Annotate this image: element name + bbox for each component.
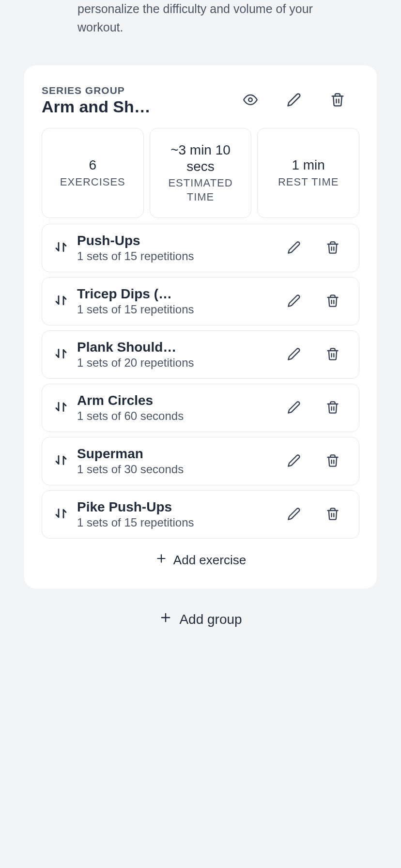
exercise-info: Pike Push-Ups1 sets of 15 repetitions [77, 499, 275, 529]
sort-arrows-icon [54, 506, 68, 523]
plus-icon [155, 552, 168, 568]
exercise-detail: 1 sets of 60 seconds [77, 409, 271, 423]
exercise-name: Arm Circles [77, 393, 271, 408]
edit-exercise-button[interactable] [275, 502, 313, 527]
group-title-wrap: SERIES GROUP Arm and Sho… [42, 85, 229, 116]
group-header: SERIES GROUP Arm and Sho… [42, 85, 359, 116]
exercise-detail: 1 sets of 30 seconds [77, 463, 271, 476]
exercise-info: Plank Should…1 sets of 20 repetitions [77, 340, 275, 370]
add-exercise-label: Add exercise [173, 553, 246, 568]
edit-exercise-button[interactable] [275, 236, 313, 261]
exercise-name: Tricep Dips (… [77, 286, 271, 302]
exercise-row: Arm Circles1 sets of 60 seconds [42, 384, 359, 432]
stat-value: 1 min [292, 157, 324, 173]
delete-exercise-button[interactable] [313, 289, 352, 314]
exercise-row: Tricep Dips (…1 sets of 15 repetitions [42, 277, 359, 326]
edit-exercise-button[interactable] [275, 289, 313, 314]
stat-estimated-time: ~3 min 10 secs ESTIMATED TIME [150, 128, 252, 218]
exercise-row: Plank Should…1 sets of 20 repetitions [42, 330, 359, 379]
reorder-handle[interactable] [49, 396, 77, 420]
intro-text: personalize the difficulty and volume of… [0, 0, 401, 65]
plus-icon [159, 611, 172, 628]
exercise-info: Superman1 sets of 30 seconds [77, 446, 275, 476]
exercise-row: Push-Ups1 sets of 15 repetitions [42, 224, 359, 272]
view-group-button[interactable] [229, 85, 272, 116]
delete-exercise-button[interactable] [313, 449, 352, 474]
trash-icon [326, 241, 339, 256]
sort-arrows-icon [54, 346, 68, 363]
stat-rest-time: 1 min REST TIME [257, 128, 359, 218]
add-group-button[interactable]: Add group [0, 589, 401, 650]
edit-group-button[interactable] [272, 85, 316, 116]
reorder-handle[interactable] [49, 289, 77, 313]
reorder-handle[interactable] [49, 449, 77, 473]
edit-exercise-button[interactable] [275, 342, 313, 367]
stat-label: REST TIME [278, 175, 339, 189]
reorder-handle[interactable] [49, 502, 77, 527]
stat-label: ESTIMATED TIME [156, 176, 246, 204]
pencil-icon [287, 507, 301, 522]
trash-icon [326, 401, 339, 416]
exercise-list: Push-Ups1 sets of 15 repetitionsTricep D… [42, 224, 359, 539]
edit-exercise-button[interactable] [275, 449, 313, 474]
trash-icon [330, 93, 345, 108]
delete-exercise-button[interactable] [313, 236, 352, 261]
reorder-handle[interactable] [49, 236, 77, 260]
pencil-icon [287, 401, 301, 416]
exercise-detail: 1 sets of 15 repetitions [77, 516, 271, 529]
exercise-name: Superman [77, 446, 271, 462]
trash-icon [326, 347, 339, 362]
pencil-icon [287, 454, 301, 469]
group-eyebrow: SERIES GROUP [42, 85, 229, 96]
stat-value: ~3 min 10 secs [156, 142, 246, 174]
group-title: Arm and Sho… [42, 97, 153, 116]
stat-exercises: 6 EXERCISES [42, 128, 144, 218]
stats-row: 6 EXERCISES ~3 min 10 secs ESTIMATED TIM… [42, 128, 359, 218]
exercise-row: Pike Push-Ups1 sets of 15 repetitions [42, 490, 359, 539]
exercise-info: Tricep Dips (…1 sets of 15 repetitions [77, 286, 275, 316]
exercise-name: Pike Push-Ups [77, 499, 271, 515]
pencil-icon [287, 347, 301, 362]
reorder-handle[interactable] [49, 342, 77, 367]
exercise-detail: 1 sets of 15 repetitions [77, 249, 271, 263]
trash-icon [326, 294, 339, 309]
pencil-icon [287, 294, 301, 309]
edit-exercise-button[interactable] [275, 396, 313, 420]
sort-arrows-icon [54, 453, 68, 469]
stat-value: 6 [89, 157, 97, 173]
sort-arrows-icon [54, 293, 68, 310]
exercise-name: Plank Should… [77, 340, 271, 355]
trash-icon [326, 454, 339, 469]
delete-exercise-button[interactable] [313, 502, 352, 527]
exercise-detail: 1 sets of 20 repetitions [77, 356, 271, 370]
exercise-info: Arm Circles1 sets of 60 seconds [77, 393, 275, 423]
series-group-card: SERIES GROUP Arm and Sho… 6 EXERCISES ~3… [24, 65, 377, 589]
exercise-row: Superman1 sets of 30 seconds [42, 437, 359, 485]
eye-icon [243, 93, 258, 108]
pencil-icon [287, 241, 301, 256]
exercise-name: Push-Ups [77, 233, 271, 248]
exercise-detail: 1 sets of 15 repetitions [77, 303, 271, 316]
trash-icon [326, 507, 339, 522]
delete-group-button[interactable] [316, 85, 359, 116]
exercise-info: Push-Ups1 sets of 15 repetitions [77, 233, 275, 263]
delete-exercise-button[interactable] [313, 396, 352, 420]
add-group-label: Add group [179, 612, 242, 627]
pencil-icon [287, 93, 301, 108]
stat-label: EXERCISES [60, 175, 125, 189]
add-exercise-button[interactable]: Add exercise [42, 539, 359, 574]
sort-arrows-icon [54, 240, 68, 256]
svg-point-0 [248, 98, 252, 102]
delete-exercise-button[interactable] [313, 342, 352, 367]
sort-arrows-icon [54, 400, 68, 416]
